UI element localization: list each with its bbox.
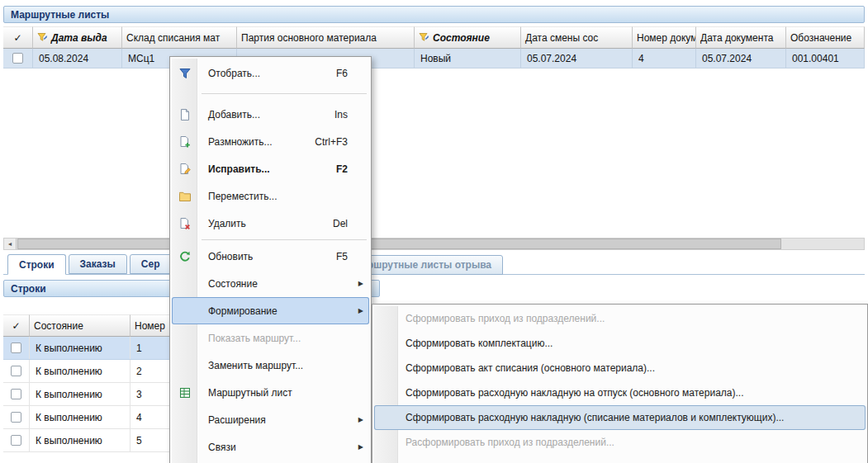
refresh-icon: [178, 250, 192, 263]
context-menu: Отобрать... F6 Добавить... Ins Размножит…: [169, 56, 372, 463]
column-header-state[interactable]: Состояние: [415, 26, 521, 49]
submenu-arrow-icon: ▶: [358, 443, 363, 451]
column-header-designation[interactable]: Обозначение: [786, 26, 865, 49]
cell-issue-date: 05.08.2024: [33, 49, 122, 68]
spreadsheet-icon: [178, 386, 192, 399]
column-header-line-state[interactable]: Состояние: [30, 314, 130, 337]
submenu-item-form-kitting[interactable]: Сформировать комплектацию...: [374, 331, 866, 356]
duplicate-document-icon: [178, 135, 192, 149]
submenu-arrow-icon: ▶: [358, 280, 363, 287]
menu-item-delete[interactable]: Удалить Del: [172, 210, 369, 237]
check-all-icon: ✓: [13, 32, 21, 44]
menu-item-route-sheet[interactable]: Маршрутный лист: [172, 379, 369, 406]
menu-item-filter[interactable]: Отобрать... F6: [172, 59, 369, 87]
row-checkbox[interactable]: [11, 389, 21, 399]
tab-zakazy[interactable]: Заказы: [69, 254, 127, 274]
menu-item-state[interactable]: Состояние ▶: [172, 270, 369, 297]
delete-document-icon: [178, 217, 192, 230]
column-header-check[interactable]: ✓: [3, 314, 30, 337]
menu-item-extensions[interactable]: Расширения ▶: [172, 406, 369, 433]
submenu-item-unform-receipt-from-departments: Расформировать приход из подразделений..…: [374, 430, 866, 455]
row-checkbox[interactable]: [11, 343, 21, 353]
row-check-cell: [3, 383, 30, 405]
menu-item-refresh[interactable]: Обновить F5: [172, 243, 369, 270]
submenu-arrow-icon: ▶: [358, 307, 363, 314]
column-header-batch[interactable]: Партия основного материала: [237, 26, 415, 49]
add-document-icon: [178, 108, 192, 121]
column-header-doc-date[interactable]: Дата документа: [696, 26, 786, 49]
submenu-item-form-writeoff-act[interactable]: Сформировать акт списания (основного мат…: [374, 356, 866, 380]
row-check-cell: [3, 360, 30, 382]
row-check-cell: [3, 337, 30, 359]
cell-line-state: К выполнению: [30, 383, 130, 405]
row-checkbox[interactable]: [12, 53, 23, 64]
cell-line-state: К выполнению: [30, 360, 130, 382]
menu-item-edit[interactable]: Исправить... F2: [172, 155, 369, 182]
move-folder-icon: [178, 190, 192, 203]
menu-separator: [202, 93, 367, 94]
cell-designation: 001.00401: [786, 49, 865, 68]
formation-submenu: Сформировать приход из подразделений... …: [372, 304, 868, 463]
edit-document-icon: [178, 163, 192, 176]
route-sheet-row[interactable]: 05.08.2024 МСц1 Новый 05.07.2024 4 05.07…: [3, 49, 865, 69]
row-checkbox[interactable]: [11, 366, 21, 376]
row-checkbox[interactable]: [11, 435, 21, 446]
row-check-cell: [3, 49, 33, 68]
tab-ser[interactable]: Сер: [130, 254, 172, 274]
cell-state: Новый: [415, 49, 521, 68]
app-window: Маршрутные листы ✓ Дата выда Склад списа…: [0, 0, 868, 463]
column-header-doc-number[interactable]: Номер докум: [633, 26, 696, 49]
column-header-check[interactable]: ✓: [3, 26, 33, 49]
cell-line-state: К выполнению: [30, 337, 130, 359]
column-header-warehouse[interactable]: Склад списания мат: [122, 26, 237, 49]
top-grid-header: ✓ Дата выда Склад списания мат Партия ос…: [3, 26, 865, 49]
menu-item-move[interactable]: Переместить...: [172, 182, 369, 210]
submenu-item-form-issue-invoice[interactable]: Сформировать расходную накладную на отпу…: [374, 380, 866, 405]
submenu-item-form-expense-invoice[interactable]: Сформировать расходную накладную (списан…: [374, 405, 866, 430]
menu-item-add[interactable]: Добавить... Ins: [172, 101, 369, 128]
cell-line-state: К выполнению: [30, 406, 130, 428]
bottom-panel-title: Строки: [11, 283, 46, 295]
row-checkbox[interactable]: [11, 412, 21, 423]
row-check-cell: [3, 429, 30, 451]
filter-funnel-icon: [37, 32, 48, 43]
horizontal-scrollbar[interactable]: ◄: [3, 238, 865, 250]
scrollbar-thumb[interactable]: [17, 239, 781, 249]
top-panel-header: Маршрутные листы: [3, 6, 865, 23]
menu-item-duplicate[interactable]: Размножить... Ctrl+F3: [172, 128, 369, 155]
filter-funnel-icon: [419, 32, 429, 43]
tab-stroki[interactable]: Строки: [7, 254, 66, 275]
check-all-icon: ✓: [12, 320, 20, 332]
submenu-item-form-receipt-from-departments: Сформировать приход из подразделений...: [374, 306, 866, 331]
tab-bar: Строки Заказы Сер Маршрутные листы отрыв…: [3, 253, 865, 275]
cell-line-state: К выполнению: [30, 429, 130, 451]
menu-item-replace-route[interactable]: Заменить маршрут...: [172, 352, 369, 379]
top-panel-title: Маршрутные листы: [11, 9, 109, 21]
column-header-state-change-date[interactable]: Дата смены сос: [521, 26, 633, 49]
menu-item-formation[interactable]: Формирование ▶: [172, 297, 369, 324]
cell-state-change-date: 05.07.2024: [521, 49, 633, 68]
row-check-cell: [3, 406, 30, 428]
column-header-issue-date[interactable]: Дата выда: [33, 26, 122, 49]
menu-item-show-route: Показать маршрут...: [172, 324, 369, 352]
cell-doc-date: 05.07.2024: [696, 49, 786, 68]
scroll-left-button[interactable]: ◄: [4, 239, 17, 249]
menu-item-links[interactable]: Связи ▶: [172, 433, 369, 461]
menu-separator: [202, 239, 367, 240]
filter-icon: [178, 67, 192, 80]
cell-doc-number: 4: [633, 49, 696, 68]
submenu-arrow-icon: ▶: [358, 416, 363, 423]
